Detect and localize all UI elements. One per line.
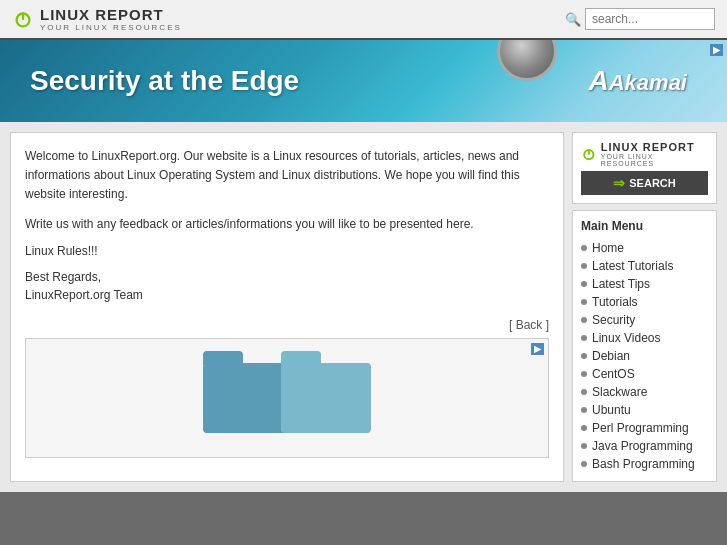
sidebar-logo-sub: YOUR LINUX RESOURCES [601, 153, 708, 167]
feedback-paragraph: Write us with any feedback or articles/i… [25, 215, 549, 234]
back-link[interactable]: [ Back ] [509, 318, 549, 332]
akamai-brand-text: AAkamai [588, 65, 687, 97]
back-link-area: [ Back ] [25, 318, 549, 332]
sidebar-search-button[interactable]: ⇒ SEARCH [581, 171, 708, 195]
nav-bullet [581, 425, 587, 431]
site-logo-sub: YOUR LINUX RESOURCES [40, 23, 182, 32]
sidebar-logo-row: LINUX REPORT YOUR LINUX RESOURCES [581, 141, 708, 167]
nav-item-latest-tips[interactable]: Latest Tips [581, 275, 708, 293]
banner-ad[interactable]: Security at the Edge AAkamai ▶ [0, 40, 727, 122]
nav-link[interactable]: Debian [592, 349, 630, 363]
search-input[interactable] [585, 8, 715, 30]
welcome-paragraph: Welcome to LinuxReport.org. Our website … [25, 147, 549, 205]
folder-front [281, 363, 371, 433]
banner-ad-icon: ▶ [710, 44, 723, 56]
nav-item-tutorials[interactable]: Tutorials [581, 293, 708, 311]
nav-bullet [581, 461, 587, 467]
folder-ad-icon: ▶ [531, 343, 544, 355]
nav-item-security[interactable]: Security [581, 311, 708, 329]
sidebar: LINUX REPORT YOUR LINUX RESOURCES ⇒ SEAR… [572, 132, 717, 482]
nav-item-java-programming[interactable]: Java Programming [581, 437, 708, 455]
nav-link[interactable]: Latest Tips [592, 277, 650, 291]
nav-bullet [581, 245, 587, 251]
sidebar-logo-main: LINUX REPORT [601, 141, 708, 153]
nav-bullet [581, 353, 587, 359]
sidebar-logo-text: LINUX REPORT YOUR LINUX RESOURCES [601, 141, 708, 167]
nav-bullet [581, 443, 587, 449]
akamai-brand-rest: Akamai [609, 70, 687, 95]
nav-item-home[interactable]: Home [581, 239, 708, 257]
nav-item-bash-programming[interactable]: Bash Programming [581, 455, 708, 473]
nav-bullet [581, 389, 587, 395]
nav-link[interactable]: Home [592, 241, 624, 255]
nav-item-perl-programming[interactable]: Perl Programming [581, 419, 708, 437]
banner-headline: Security at the Edge [30, 65, 299, 97]
nav-bullet [581, 281, 587, 287]
search-area: 🔍 [565, 8, 715, 30]
search-arrow-icon: ⇒ [613, 175, 625, 191]
header: LINUX REPORT YOUR LINUX RESOURCES 🔍 [0, 0, 727, 40]
folder-image-area: ▶ [25, 338, 549, 458]
nav-link[interactable]: Security [592, 313, 635, 327]
regards-line2: LinuxReport.org Team [25, 288, 143, 302]
nav-bullet [581, 335, 587, 341]
navigation-box: Main Menu HomeLatest TutorialsLatest Tip… [572, 210, 717, 482]
nav-bullet [581, 371, 587, 377]
nav-bullet [581, 407, 587, 413]
nav-link[interactable]: Slackware [592, 385, 647, 399]
safe-lock-graphic [497, 40, 557, 81]
nav-bullet [581, 317, 587, 323]
logo-text-area: LINUX REPORT YOUR LINUX RESOURCES [40, 6, 182, 32]
content-area: Welcome to LinuxReport.org. Our website … [10, 132, 564, 482]
nav-list: HomeLatest TutorialsLatest TipsTutorials… [581, 239, 708, 473]
nav-item-linux-videos[interactable]: Linux Videos [581, 329, 708, 347]
linux-rules-text: Linux Rules!!! [25, 244, 549, 258]
search-icon: 🔍 [565, 12, 581, 27]
power-icon [12, 8, 34, 30]
regards-line1: Best Regards, [25, 270, 101, 284]
sidebar-logo-box: LINUX REPORT YOUR LINUX RESOURCES ⇒ SEAR… [572, 132, 717, 204]
nav-item-slackware[interactable]: Slackware [581, 383, 708, 401]
nav-item-debian[interactable]: Debian [581, 347, 708, 365]
nav-link[interactable]: CentOS [592, 367, 635, 381]
nav-link[interactable]: Perl Programming [592, 421, 689, 435]
nav-link[interactable]: Ubuntu [592, 403, 631, 417]
nav-link[interactable]: Bash Programming [592, 457, 695, 471]
nav-link[interactable]: Linux Videos [592, 331, 661, 345]
folder-graphic [193, 353, 381, 443]
nav-title: Main Menu [581, 219, 708, 233]
site-logo-main: LINUX REPORT [40, 6, 182, 23]
nav-item-latest-tutorials[interactable]: Latest Tutorials [581, 257, 708, 275]
nav-item-ubuntu[interactable]: Ubuntu [581, 401, 708, 419]
main-area: Welcome to LinuxReport.org. Our website … [0, 122, 727, 492]
akamai-logo: AAkamai [588, 65, 687, 97]
nav-link[interactable]: Java Programming [592, 439, 693, 453]
regards-text: Best Regards, LinuxReport.org Team [25, 268, 549, 304]
search-button-label: SEARCH [629, 177, 675, 189]
nav-bullet [581, 299, 587, 305]
nav-item-centos[interactable]: CentOS [581, 365, 708, 383]
akamai-brand-a: A [588, 65, 608, 96]
nav-bullet [581, 263, 587, 269]
sidebar-power-icon [581, 146, 597, 162]
nav-link[interactable]: Latest Tutorials [592, 259, 673, 273]
nav-link[interactable]: Tutorials [592, 295, 638, 309]
folder-back [203, 363, 293, 433]
logo-area: LINUX REPORT YOUR LINUX RESOURCES [12, 6, 182, 32]
